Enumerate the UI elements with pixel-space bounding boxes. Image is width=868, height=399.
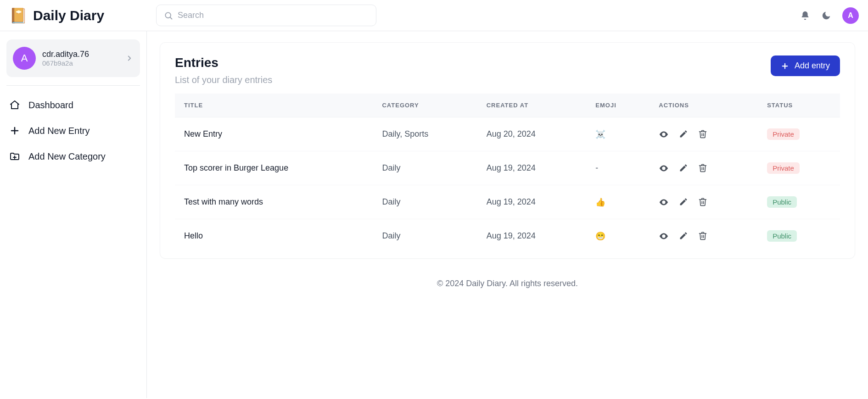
cell-category: Daily [373, 219, 477, 253]
chevron-right-icon [125, 54, 134, 62]
sidebar-divider [6, 85, 140, 86]
nav-dashboard[interactable]: Dashboard [6, 94, 140, 116]
plus-icon [781, 62, 789, 70]
cell-category: Daily, Sports [373, 117, 477, 151]
user-avatar: A [13, 47, 36, 70]
nav-list: Dashboard Add New Entry Add New Category [6, 94, 140, 167]
nav-dashboard-label: Dashboard [28, 100, 73, 111]
cell-actions [650, 219, 758, 253]
cell-emoji: ☠️ [586, 117, 650, 151]
nav-add-category-label: Add New Category [28, 151, 106, 162]
cell-status: Private [758, 151, 840, 185]
view-icon[interactable] [659, 163, 669, 173]
user-id: 067b9a2a [42, 59, 119, 67]
cell-created: Aug 20, 2024 [477, 117, 587, 151]
delete-icon[interactable] [698, 197, 707, 207]
search-icon [164, 11, 173, 20]
add-entry-button[interactable]: Add entry [771, 55, 840, 76]
delete-icon[interactable] [698, 231, 707, 241]
topbar: 📔 Daily Diary A [0, 0, 868, 31]
col-category: CATEGORY [373, 94, 477, 117]
col-title: TITLE [175, 94, 373, 117]
cell-actions [650, 151, 758, 185]
cell-title: Hello [175, 219, 373, 253]
avatar[interactable]: A [842, 7, 859, 24]
svg-line-1 [170, 17, 172, 19]
plus-icon [9, 125, 20, 136]
main: Entries List of your diary entries Add e… [147, 31, 868, 398]
footer: © 2024 Daily Diary. All rights reserved. [160, 259, 855, 298]
cell-emoji: 👍 [586, 185, 650, 219]
cell-created: Aug 19, 2024 [477, 219, 587, 253]
view-icon[interactable] [659, 129, 669, 139]
nav-add-category[interactable]: Add New Category [6, 145, 140, 167]
cell-actions [650, 185, 758, 219]
user-card[interactable]: A cdr.aditya.76 067b9a2a [6, 39, 140, 77]
avatar-initial: A [848, 11, 853, 20]
table-row: New EntryDaily, SportsAug 20, 2024☠️Priv… [175, 117, 840, 151]
edit-icon[interactable] [679, 197, 688, 207]
delete-icon[interactable] [698, 129, 707, 139]
entries-table: TITLE CATEGORY CREATED AT EMOJI ACTIONS … [175, 94, 840, 253]
user-name: cdr.aditya.76 [42, 50, 119, 59]
delete-icon[interactable] [698, 163, 707, 173]
search-container [156, 5, 376, 26]
table-row: HelloDailyAug 19, 2024😁Public [175, 219, 840, 253]
nav-add-entry-label: Add New Entry [28, 126, 90, 136]
cell-created: Aug 19, 2024 [477, 151, 587, 185]
edit-icon[interactable] [679, 129, 688, 139]
status-badge: Public [767, 230, 797, 242]
col-emoji: EMOJI [586, 94, 650, 117]
notifications-icon[interactable] [800, 11, 810, 21]
page-title: Entries [175, 55, 272, 70]
cell-title: Test with many words [175, 185, 373, 219]
col-actions: ACTIONS [650, 94, 758, 117]
brand-title: Daily Diary [33, 8, 104, 23]
cell-status: Public [758, 219, 840, 253]
cell-status: Private [758, 117, 840, 151]
cell-emoji: - [586, 151, 650, 185]
add-entry-label: Add entry [795, 61, 830, 71]
edit-icon[interactable] [679, 231, 688, 241]
top-actions: A [800, 7, 859, 24]
col-status: STATUS [758, 94, 840, 117]
cell-category: Daily [373, 151, 477, 185]
page-subtitle: List of your diary entries [175, 75, 272, 85]
table-row: Top scorer in Burger LeagueDailyAug 19, … [175, 151, 840, 185]
edit-icon[interactable] [679, 163, 688, 173]
card-header: Entries List of your diary entries Add e… [175, 55, 840, 85]
cell-status: Public [758, 185, 840, 219]
status-badge: Private [767, 128, 800, 140]
col-created: CREATED AT [477, 94, 587, 117]
nav-add-entry[interactable]: Add New Entry [6, 120, 140, 142]
cell-title: New Entry [175, 117, 373, 151]
cell-category: Daily [373, 185, 477, 219]
brand-icon: 📔 [9, 7, 28, 24]
search-input[interactable] [178, 11, 369, 20]
cell-created: Aug 19, 2024 [477, 185, 587, 219]
sidebar: A cdr.aditya.76 067b9a2a Dashboard [0, 31, 147, 398]
cell-title: Top scorer in Burger League [175, 151, 373, 185]
table-row: Test with many wordsDailyAug 19, 2024👍Pu… [175, 185, 840, 219]
cell-actions [650, 117, 758, 151]
folder-plus-icon [9, 151, 20, 162]
search-box[interactable] [156, 5, 376, 26]
user-avatar-initial: A [21, 52, 28, 64]
view-icon[interactable] [659, 231, 669, 241]
cell-emoji: 😁 [586, 219, 650, 253]
status-badge: Public [767, 196, 797, 208]
status-badge: Private [767, 162, 800, 174]
entries-card: Entries List of your diary entries Add e… [160, 42, 855, 259]
home-icon [9, 100, 20, 111]
brand[interactable]: 📔 Daily Diary [9, 7, 147, 24]
view-icon[interactable] [659, 197, 669, 207]
dark-mode-icon[interactable] [821, 11, 831, 21]
user-info: cdr.aditya.76 067b9a2a [42, 50, 119, 67]
